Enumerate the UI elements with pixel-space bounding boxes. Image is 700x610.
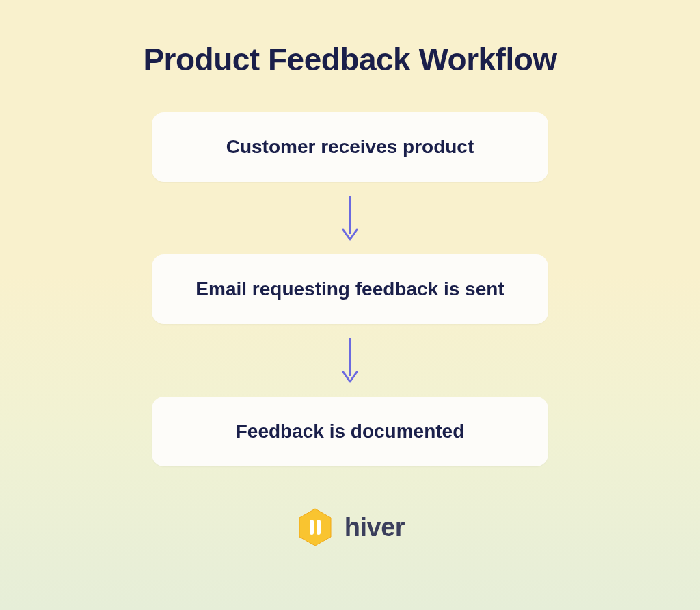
svg-rect-3 — [310, 520, 314, 535]
diagram-title: Product Feedback Workflow — [143, 41, 556, 78]
arrow-down-icon — [340, 336, 360, 384]
arrow-down-icon — [340, 194, 360, 242]
step-label: Customer receives product — [186, 133, 514, 161]
workflow-step-3: Feedback is documented — [152, 397, 548, 466]
brand-logo-icon — [295, 507, 335, 547]
brand-container: hiver — [295, 507, 405, 547]
step-label: Email requesting feedback is sent — [186, 275, 514, 304]
brand-name: hiver — [345, 513, 405, 542]
workflow-step-2: Email requesting feedback is sent — [152, 254, 548, 324]
svg-rect-4 — [317, 520, 321, 535]
workflow-container: Customer receives product Email requesti… — [152, 112, 548, 466]
workflow-step-1: Customer receives product — [152, 112, 548, 182]
step-label: Feedback is documented — [186, 417, 514, 446]
svg-marker-2 — [299, 509, 331, 546]
